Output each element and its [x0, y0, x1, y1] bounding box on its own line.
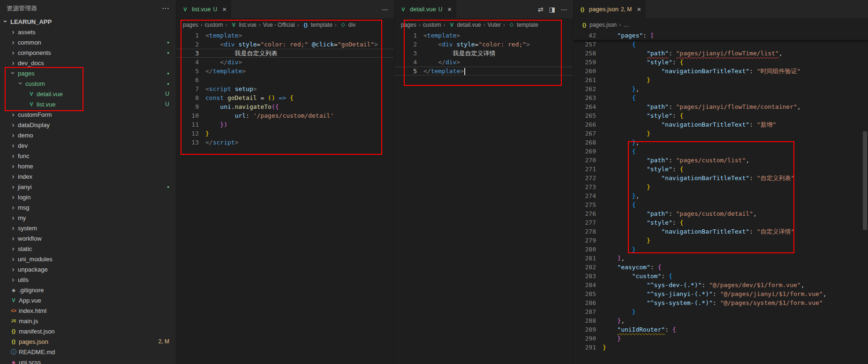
code-line[interactable]: 290 } — [574, 334, 868, 343]
line-number[interactable]: 268 — [574, 138, 596, 147]
line-number[interactable]: 10 — [176, 111, 199, 120]
code-line[interactable]: 264 "path": "pages/jianyi/flowTime/conta… — [574, 102, 868, 111]
more-actions-icon[interactable]: ⋯ — [382, 6, 388, 13]
tree-folder-dataDisplay[interactable]: ›dataDisplay — [0, 120, 176, 130]
line-number[interactable]: 286 — [574, 298, 596, 307]
tree-folder-demo[interactable]: ›demo — [0, 130, 176, 140]
tree-folder-dev[interactable]: ›dev — [0, 140, 176, 151]
line-number[interactable]: 279 — [574, 236, 596, 245]
line-number[interactable]: 4 — [176, 58, 199, 67]
code-line[interactable]: 5</template> — [394, 67, 573, 76]
code-line[interactable]: 286 "^sys-system-(.*)": "@/pages/system/… — [574, 298, 868, 307]
code-line[interactable]: 282 "easycom": { — [574, 263, 868, 272]
code-line[interactable]: 278 "navigationBarTitleText": "自定义详情" — [574, 227, 868, 236]
code-line[interactable]: 279 } — [574, 236, 868, 245]
code-line[interactable]: 281 ], — [574, 254, 868, 263]
code-line[interactable]: 269 { — [574, 147, 868, 156]
code-line[interactable]: 288 }, — [574, 316, 868, 325]
breadcrumb-item[interactable]: Vlist.vue — [229, 22, 256, 28]
line-number[interactable]: 8 — [176, 93, 199, 102]
close-icon[interactable]: × — [447, 5, 452, 13]
line-number[interactable]: 290 — [574, 334, 596, 343]
code-line[interactable]: 267 } — [574, 129, 868, 138]
breadcrumb-item[interactable]: custom — [205, 22, 223, 28]
line-number[interactable]: 275 — [574, 200, 596, 209]
tree-folder-index[interactable]: ›index — [0, 171, 176, 182]
line-number[interactable]: 282 — [574, 263, 596, 272]
line-number[interactable]: 4 — [394, 58, 417, 67]
code-line[interactable]: 285 "^sys-jianyi-(.*)": "@/pages/jianyi/… — [574, 289, 868, 298]
line-number[interactable]: 42 — [574, 31, 596, 40]
line-number[interactable]: 269 — [574, 147, 596, 156]
tree-folder-home[interactable]: ›home — [0, 161, 176, 171]
tree-file-.gitignore[interactable]: ◆.gitignore — [0, 285, 176, 295]
line-number[interactable]: 259 — [574, 58, 596, 67]
line-number[interactable]: 5 — [176, 67, 199, 76]
tree-file-uni.scss[interactable]: ◈uni.scss — [0, 357, 176, 364]
breadcrumb-item[interactable]: {}template — [302, 22, 332, 28]
tree-folder-customForm[interactable]: ›customForm — [0, 109, 176, 120]
code-line[interactable]: 275 { — [574, 200, 868, 209]
tree-file-README.md[interactable]: iREADME.md — [0, 347, 176, 357]
close-icon[interactable]: × — [637, 5, 641, 13]
breadcrumb-item[interactable]: ◇template — [507, 22, 538, 28]
code-line[interactable]: 11 }) — [176, 120, 394, 129]
code-line[interactable]: 277 "style": { — [574, 218, 868, 227]
line-number[interactable]: 283 — [574, 272, 596, 281]
tree-folder-uni_modules[interactable]: ›uni_modules — [0, 254, 176, 264]
tree-folder-msg[interactable]: ›msg — [0, 202, 176, 212]
tree-folder-assets[interactable]: ›assets — [0, 27, 176, 37]
line-number[interactable]: 257 — [574, 40, 596, 49]
line-number[interactable]: 5 — [394, 67, 417, 76]
tree-folder-workflow[interactable]: ›workflow — [0, 233, 176, 243]
code-line[interactable]: 2 <div style="color: red;"> — [394, 40, 573, 49]
tab[interactable]: Vlist.vueU× — [176, 0, 232, 18]
line-number[interactable]: 263 — [574, 93, 596, 102]
tree-folder-unpackage[interactable]: ›unpackage — [0, 264, 176, 274]
code-lines[interactable]: 1<template>2 <div style="color: red;" @c… — [176, 31, 394, 364]
tree-file-main.js[interactable]: JSmain.js — [0, 316, 176, 326]
code-line[interactable]: 8const goDetail = () => { — [176, 93, 394, 102]
line-number[interactable]: 11 — [176, 120, 199, 129]
line-number[interactable]: 272 — [574, 174, 596, 182]
code-line[interactable]: 291} — [574, 343, 868, 352]
tree-file-list.vue[interactable]: Vlist.vueU — [0, 99, 176, 109]
line-number[interactable]: 1 — [176, 31, 199, 40]
line-number[interactable]: 277 — [574, 218, 596, 227]
line-number[interactable]: 267 — [574, 129, 596, 138]
breadcrumb-item[interactable]: custom — [423, 22, 441, 28]
tree-file-detail.vue[interactable]: Vdetail.vueU — [0, 89, 176, 99]
code-line[interactable]: 7<script setup> — [176, 84, 394, 93]
code-line[interactable]: 274 }, — [574, 191, 868, 200]
tree-root[interactable]: › LEARUN_APP — [0, 16, 176, 27]
line-number[interactable]: 7 — [176, 84, 199, 93]
line-number[interactable]: 273 — [574, 182, 596, 191]
line-number[interactable]: 258 — [574, 49, 596, 58]
code-line[interactable]: 4 </div> — [394, 58, 573, 67]
line-number[interactable]: 274 — [574, 191, 596, 200]
code-line[interactable]: 5</template> — [176, 67, 394, 76]
line-number[interactable]: 281 — [574, 254, 596, 263]
code-line[interactable]: 271 "style": { — [574, 165, 868, 174]
code-line[interactable]: 262 }, — [574, 84, 868, 93]
line-number[interactable]: 262 — [574, 84, 596, 93]
code-line[interactable]: 263 { — [574, 93, 868, 102]
line-number[interactable]: 264 — [574, 102, 596, 111]
line-number[interactable]: 13 — [176, 138, 199, 147]
code-line[interactable]: 1<template> — [394, 31, 573, 40]
line-number[interactable]: 265 — [574, 111, 596, 120]
tree-folder-system[interactable]: ›system — [0, 223, 176, 233]
open-changes-icon[interactable]: ⇄ — [538, 6, 543, 13]
tree-folder-login[interactable]: ›login — [0, 192, 176, 202]
breadcrumb-item[interactable]: ◇div — [339, 22, 355, 28]
tree-file-index.html[interactable]: <>index.html — [0, 305, 176, 316]
code-line[interactable]: 284 "^sys-dev-(.*)": "@/pages/dev/$1/for… — [574, 281, 868, 289]
code-line[interactable]: 4 </div> — [176, 58, 394, 67]
code-line[interactable]: 276 "path": "pages/custom/detail", — [574, 209, 868, 218]
code-line[interactable]: 270 "path": "pages/custom/list", — [574, 156, 868, 165]
code-line[interactable]: 260 "navigationBarTitleText": "时间组件验证" — [574, 67, 868, 76]
tab[interactable]: Vdetail.vueU× — [394, 0, 457, 18]
line-number[interactable]: 12 — [176, 129, 199, 138]
code-line[interactable]: 258 "path": "pages/jianyi/flowTime/list"… — [574, 49, 868, 58]
code-line[interactable]: 257 { — [574, 40, 868, 49]
